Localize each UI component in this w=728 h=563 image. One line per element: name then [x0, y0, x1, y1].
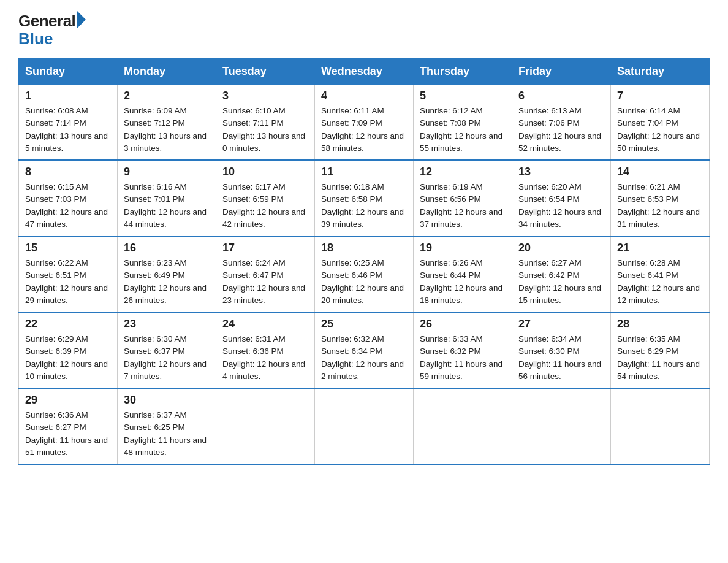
day-info: Sunrise: 6:31 AMSunset: 6:36 PMDaylight:… [222, 333, 308, 383]
day-info: Sunrise: 6:19 AMSunset: 6:56 PMDaylight:… [420, 181, 506, 231]
day-info: Sunrise: 6:33 AMSunset: 6:32 PMDaylight:… [420, 333, 506, 383]
weekday-friday: Friday [512, 59, 611, 85]
day-number: 26 [420, 318, 506, 331]
day-info: Sunrise: 6:20 AMSunset: 6:54 PMDaylight:… [518, 181, 604, 231]
day-number: 3 [222, 90, 308, 102]
calendar-cell: 28Sunrise: 6:35 AMSunset: 6:29 PMDayligh… [611, 312, 710, 388]
calendar-cell: 2Sunrise: 6:09 AMSunset: 7:12 PMDaylight… [118, 85, 216, 161]
calendar-week-4: 22Sunrise: 6:29 AMSunset: 6:39 PMDayligh… [19, 312, 710, 388]
calendar-cell: 25Sunrise: 6:32 AMSunset: 6:34 PMDayligh… [315, 312, 414, 388]
calendar-table: SundayMondayTuesdayWednesdayThursdayFrid… [18, 58, 710, 465]
calendar-header: SundayMondayTuesdayWednesdayThursdayFrid… [19, 59, 710, 85]
day-number: 27 [518, 318, 604, 331]
calendar-cell: 4Sunrise: 6:11 AMSunset: 7:09 PMDaylight… [315, 85, 414, 161]
weekday-header-row: SundayMondayTuesdayWednesdayThursdayFrid… [19, 59, 710, 85]
day-info: Sunrise: 6:30 AMSunset: 6:37 PMDaylight:… [124, 333, 210, 383]
day-info: Sunrise: 6:13 AMSunset: 7:06 PMDaylight:… [518, 105, 604, 155]
day-info: Sunrise: 6:09 AMSunset: 7:12 PMDaylight:… [124, 105, 210, 155]
calendar-cell [611, 388, 710, 464]
day-number: 4 [321, 90, 407, 102]
calendar-cell [216, 388, 315, 464]
day-info: Sunrise: 6:14 AMSunset: 7:04 PMDaylight:… [617, 105, 703, 155]
day-number: 11 [321, 166, 407, 178]
day-number: 30 [124, 394, 210, 407]
day-number: 9 [124, 166, 210, 178]
calendar-week-2: 8Sunrise: 6:15 AMSunset: 7:03 PMDaylight… [19, 160, 710, 236]
weekday-saturday: Saturday [611, 59, 710, 85]
calendar-cell: 20Sunrise: 6:27 AMSunset: 6:42 PMDayligh… [512, 236, 611, 312]
calendar-cell: 17Sunrise: 6:24 AMSunset: 6:47 PMDayligh… [216, 236, 315, 312]
day-info: Sunrise: 6:36 AMSunset: 6:27 PMDaylight:… [25, 409, 111, 459]
calendar-cell: 5Sunrise: 6:12 AMSunset: 7:08 PMDaylight… [414, 85, 512, 161]
calendar-cell: 18Sunrise: 6:25 AMSunset: 6:46 PMDayligh… [315, 236, 414, 312]
day-number: 20 [518, 242, 604, 255]
calendar-cell: 22Sunrise: 6:29 AMSunset: 6:39 PMDayligh… [19, 312, 118, 388]
calendar-cell: 3Sunrise: 6:10 AMSunset: 7:11 PMDaylight… [216, 85, 315, 161]
calendar-cell: 30Sunrise: 6:37 AMSunset: 6:25 PMDayligh… [118, 388, 216, 464]
calendar-cell: 11Sunrise: 6:18 AMSunset: 6:58 PMDayligh… [315, 160, 414, 236]
calendar-cell: 13Sunrise: 6:20 AMSunset: 6:54 PMDayligh… [512, 160, 611, 236]
weekday-thursday: Thursday [414, 59, 512, 85]
day-info: Sunrise: 6:18 AMSunset: 6:58 PMDaylight:… [321, 181, 407, 231]
day-info: Sunrise: 6:35 AMSunset: 6:29 PMDaylight:… [617, 333, 703, 383]
calendar-week-5: 29Sunrise: 6:36 AMSunset: 6:27 PMDayligh… [19, 388, 710, 464]
day-number: 23 [124, 318, 210, 331]
calendar-cell: 7Sunrise: 6:14 AMSunset: 7:04 PMDaylight… [611, 85, 710, 161]
day-info: Sunrise: 6:29 AMSunset: 6:39 PMDaylight:… [25, 333, 111, 383]
logo: General Blue [18, 12, 86, 47]
day-number: 21 [617, 242, 703, 255]
calendar-cell: 24Sunrise: 6:31 AMSunset: 6:36 PMDayligh… [216, 312, 315, 388]
calendar-cell: 19Sunrise: 6:26 AMSunset: 6:44 PMDayligh… [414, 236, 512, 312]
day-number: 10 [222, 166, 308, 178]
day-info: Sunrise: 6:23 AMSunset: 6:49 PMDaylight:… [124, 257, 210, 307]
calendar-cell: 27Sunrise: 6:34 AMSunset: 6:30 PMDayligh… [512, 312, 611, 388]
weekday-tuesday: Tuesday [216, 59, 315, 85]
day-number: 7 [617, 90, 703, 102]
calendar-cell: 29Sunrise: 6:36 AMSunset: 6:27 PMDayligh… [19, 388, 118, 464]
calendar-cell: 21Sunrise: 6:28 AMSunset: 6:41 PMDayligh… [611, 236, 710, 312]
day-number: 13 [518, 166, 604, 178]
calendar-cell [315, 388, 414, 464]
logo-text-blue: Blue [18, 30, 86, 48]
weekday-wednesday: Wednesday [315, 59, 414, 85]
calendar-week-1: 1Sunrise: 6:08 AMSunset: 7:14 PMDaylight… [19, 85, 710, 161]
day-number: 1 [25, 90, 111, 102]
day-number: 22 [25, 318, 111, 331]
weekday-monday: Monday [118, 59, 216, 85]
day-number: 12 [420, 166, 506, 178]
page-header: General Blue [18, 12, 710, 47]
day-info: Sunrise: 6:26 AMSunset: 6:44 PMDaylight:… [420, 257, 506, 307]
day-number: 5 [420, 90, 506, 102]
day-number: 19 [420, 242, 506, 255]
calendar-cell [414, 388, 512, 464]
day-info: Sunrise: 6:16 AMSunset: 7:01 PMDaylight:… [124, 181, 210, 231]
calendar-cell: 23Sunrise: 6:30 AMSunset: 6:37 PMDayligh… [118, 312, 216, 388]
logo-arrow-icon [77, 11, 86, 28]
day-number: 24 [222, 318, 308, 331]
calendar-cell: 9Sunrise: 6:16 AMSunset: 7:01 PMDaylight… [118, 160, 216, 236]
day-number: 6 [518, 90, 604, 102]
calendar-cell: 15Sunrise: 6:22 AMSunset: 6:51 PMDayligh… [19, 236, 118, 312]
calendar-cell: 8Sunrise: 6:15 AMSunset: 7:03 PMDaylight… [19, 160, 118, 236]
calendar-week-3: 15Sunrise: 6:22 AMSunset: 6:51 PMDayligh… [19, 236, 710, 312]
day-info: Sunrise: 6:22 AMSunset: 6:51 PMDaylight:… [25, 257, 111, 307]
day-info: Sunrise: 6:25 AMSunset: 6:46 PMDaylight:… [321, 257, 407, 307]
day-info: Sunrise: 6:21 AMSunset: 6:53 PMDaylight:… [617, 181, 703, 231]
day-info: Sunrise: 6:11 AMSunset: 7:09 PMDaylight:… [321, 105, 407, 155]
day-info: Sunrise: 6:17 AMSunset: 6:59 PMDaylight:… [222, 181, 308, 231]
day-info: Sunrise: 6:10 AMSunset: 7:11 PMDaylight:… [222, 105, 308, 155]
day-number: 2 [124, 90, 210, 102]
day-number: 25 [321, 318, 407, 331]
calendar-cell: 12Sunrise: 6:19 AMSunset: 6:56 PMDayligh… [414, 160, 512, 236]
day-info: Sunrise: 6:27 AMSunset: 6:42 PMDaylight:… [518, 257, 604, 307]
day-number: 18 [321, 242, 407, 255]
calendar-cell: 6Sunrise: 6:13 AMSunset: 7:06 PMDaylight… [512, 85, 611, 161]
day-number: 8 [25, 166, 111, 178]
day-info: Sunrise: 6:37 AMSunset: 6:25 PMDaylight:… [124, 409, 210, 459]
calendar-cell: 14Sunrise: 6:21 AMSunset: 6:53 PMDayligh… [611, 160, 710, 236]
day-info: Sunrise: 6:28 AMSunset: 6:41 PMDaylight:… [617, 257, 703, 307]
day-number: 14 [617, 166, 703, 178]
day-info: Sunrise: 6:15 AMSunset: 7:03 PMDaylight:… [25, 181, 111, 231]
day-number: 15 [25, 242, 111, 255]
calendar-cell: 26Sunrise: 6:33 AMSunset: 6:32 PMDayligh… [414, 312, 512, 388]
